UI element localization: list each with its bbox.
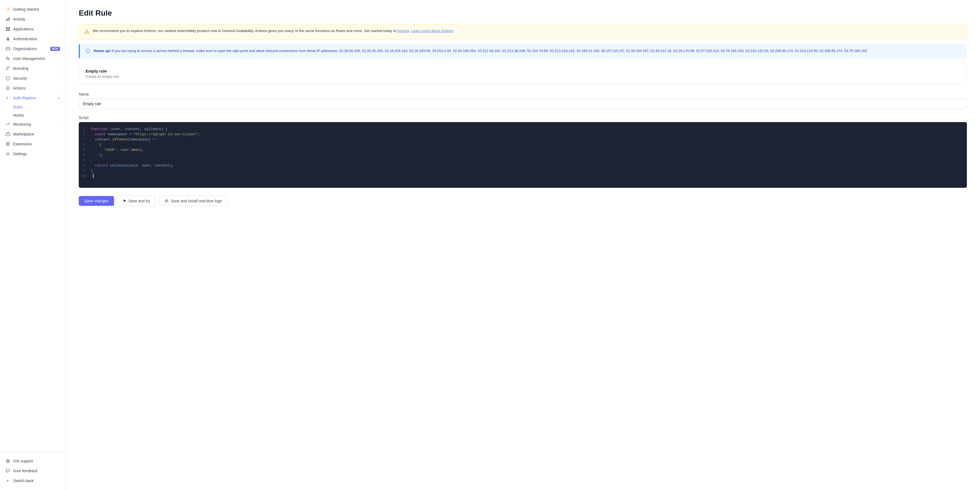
actions-link[interactable]: Actions (397, 29, 409, 33)
code-line-2: 2 const namespace = "https://dgraph.io/j… (79, 132, 967, 137)
user-management-chevron-icon: › (59, 57, 60, 60)
info-banner: Heads up! If you are trying to access a … (79, 44, 967, 59)
svg-rect-8 (6, 47, 10, 50)
security-icon (5, 76, 10, 81)
sidebar-item-getting-started[interactable]: ⚡ Getting Started (0, 5, 65, 14)
code-line-8: 8 return callback(null, user, context); (79, 163, 967, 168)
svg-rect-12 (6, 142, 8, 144)
sidebar-item-auth-pipeline[interactable]: Auth Pipeline ∨ (0, 93, 65, 103)
svg-rect-2 (9, 17, 10, 21)
code-line-9: 9 } (79, 168, 967, 173)
svg-rect-4 (8, 27, 10, 29)
svg-marker-21 (124, 199, 126, 202)
script-label: Script (79, 115, 967, 120)
name-form-group: Name (79, 92, 967, 109)
main-content: Edit Rule We recommend you to explore Ac… (65, 0, 980, 490)
page-title: Edit Rule (79, 9, 967, 18)
script-form-group: Script 1 function (user, context, callba… (79, 115, 967, 188)
warning-icon (84, 29, 89, 35)
monitoring-icon (5, 122, 10, 127)
user-management-icon (5, 56, 10, 61)
activity-icon (5, 17, 10, 22)
save-changes-button[interactable]: Save changes (79, 196, 114, 206)
svg-rect-14 (6, 144, 8, 146)
actions-chevron-icon: › (59, 86, 60, 90)
save-and-try-button[interactable]: Save and try (117, 196, 156, 206)
lightning-icon: ⚡ (5, 7, 10, 12)
rule-card-description: Create an empty rule (86, 75, 960, 78)
sidebar-item-security[interactable]: Security › (0, 73, 65, 83)
name-label: Name (79, 92, 967, 96)
sidebar-item-user-management[interactable]: User Management › (0, 54, 65, 64)
rule-card-title: Empty rule (86, 69, 960, 73)
sidebar-item-applications[interactable]: Applications › (0, 24, 65, 34)
code-editor[interactable]: 1 function (user, context, callback) { 2… (79, 122, 967, 188)
svg-rect-5 (6, 29, 8, 31)
svg-rect-11 (6, 133, 10, 136)
info-banner-text: Heads up! If you are trying to access a … (94, 48, 867, 54)
svg-point-17 (7, 460, 9, 462)
switch-back-icon (5, 478, 10, 483)
sidebar-item-monitoring[interactable]: Monitoring › (0, 119, 65, 129)
auth-pipeline-chevron-icon: ∨ (58, 96, 60, 100)
code-line-4: 4 { (79, 142, 967, 147)
sidebar-item-give-feedback[interactable]: Give feedback (0, 466, 65, 476)
rule-card[interactable]: Empty rule Create an empty rule (79, 63, 967, 84)
sidebar-item-branding[interactable]: Branding › (0, 64, 65, 73)
applications-icon (5, 27, 10, 32)
sidebar-item-activity[interactable]: Activity (0, 14, 65, 24)
code-line-3: 3 context.idToken[namespace] = (79, 137, 967, 142)
sidebar-item-extensions[interactable]: Extensions (0, 139, 65, 149)
new-badge: NEW (50, 47, 60, 51)
applications-chevron-icon: › (59, 27, 60, 31)
svg-rect-3 (6, 27, 8, 29)
svg-rect-6 (8, 29, 10, 31)
authentication-chevron-icon: › (59, 37, 60, 40)
install-icon (165, 198, 169, 203)
sidebar-item-organizations[interactable]: Organizations NEW (0, 44, 65, 54)
sidebar-subitem-hooks[interactable]: Hooks (13, 111, 65, 119)
name-input[interactable] (79, 99, 967, 109)
warning-banner-text: We recommend you to explore Actions, our… (93, 29, 454, 33)
code-line-5: 5 'USER': user.email, (79, 147, 967, 152)
monitoring-chevron-icon: › (59, 123, 60, 126)
warning-banner: We recommend you to explore Actions, our… (79, 24, 967, 40)
code-line-1: 1 function (user, context, callback) { (79, 126, 967, 132)
sidebar-item-get-support[interactable]: Get support (0, 456, 65, 466)
settings-icon (5, 152, 10, 156)
svg-rect-22 (165, 201, 168, 202)
sidebar-item-switch-back[interactable]: Switch back (0, 476, 65, 485)
learn-more-link[interactable]: Learn more about Actions (411, 29, 453, 33)
info-icon (85, 48, 90, 54)
feedback-icon (5, 468, 10, 473)
sidebar-bottom: Get support Give feedback Switch back (0, 452, 65, 485)
svg-point-9 (6, 57, 8, 59)
svg-point-20 (88, 50, 88, 50)
support-icon (5, 458, 10, 463)
actions-icon (5, 86, 10, 91)
auth-pipeline-icon (5, 96, 10, 101)
play-icon (123, 199, 126, 203)
sidebar-subitem-rules[interactable]: Rules (13, 103, 65, 111)
extensions-icon (5, 142, 10, 147)
svg-rect-13 (8, 142, 10, 144)
code-line-10: 10 (79, 173, 967, 179)
sidebar-item-actions[interactable]: Actions › (0, 83, 65, 93)
save-and-install-button[interactable]: Save and install real-time logs (159, 195, 228, 206)
sidebar-top-items: ⚡ Getting Started Activity Applications … (0, 5, 65, 159)
code-line-7: 7 (79, 158, 967, 163)
organizations-icon (5, 46, 10, 51)
svg-rect-1 (7, 18, 8, 21)
sidebar-item-settings[interactable]: Settings (0, 149, 65, 159)
sidebar: ⚡ Getting Started Activity Applications … (0, 0, 65, 490)
svg-rect-0 (6, 19, 7, 21)
sidebar-item-authentication[interactable]: Authentication › (0, 34, 65, 44)
svg-point-15 (7, 153, 9, 155)
sidebar-item-marketplace[interactable]: Marketplace (0, 129, 65, 139)
branding-icon (5, 66, 10, 71)
svg-rect-7 (7, 38, 9, 40)
authentication-icon (5, 37, 10, 41)
auth-pipeline-submenu: Rules Hooks (0, 103, 65, 119)
action-bar: Save changes Save and try Save and insta… (79, 195, 967, 206)
branding-chevron-icon: › (59, 67, 60, 70)
